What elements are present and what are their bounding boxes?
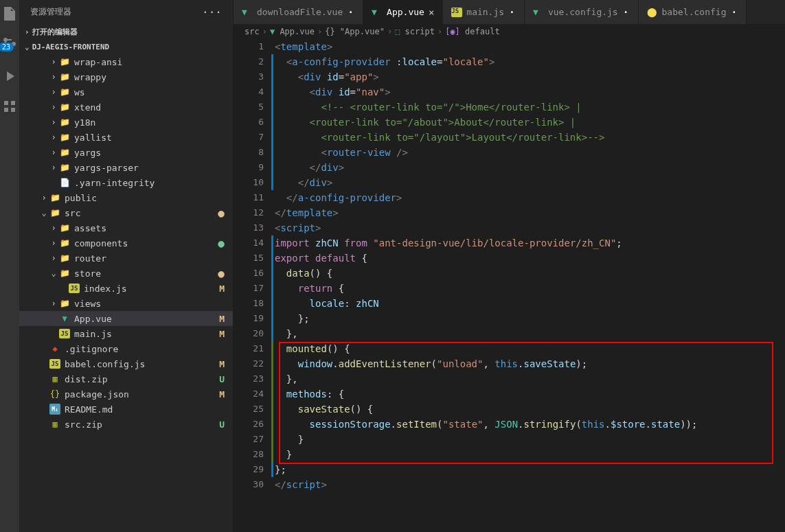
tree-item[interactable]: ▦dist.zipU — [19, 371, 233, 386]
code-line[interactable]: locale: zhCN — [275, 296, 785, 311]
tree-item-label: index.js — [84, 284, 219, 294]
editor-tabs: ▼downloadFile.vue·▼App.vue×JSmain.js·▼vu… — [234, 0, 785, 24]
tree-item[interactable]: ›📁router — [19, 251, 233, 266]
breadcrumb-item[interactable]: ⬚ script — [395, 27, 435, 36]
code-line[interactable]: <!-- <router-link to="/">Home</router-li… — [275, 100, 785, 115]
tab-label: vue.config.js — [548, 7, 618, 17]
code-line[interactable]: <router-view /> — [275, 145, 785, 160]
code-line[interactable]: <div id="nav"> — [275, 84, 785, 100]
chevron-icon: › — [38, 192, 49, 203]
code-line[interactable]: </a-config-provider> — [275, 190, 785, 205]
tree-item[interactable]: ›📁xtend — [19, 100, 233, 115]
editor-tab[interactable]: ▼vue.config.js· — [525, 0, 639, 24]
code-line[interactable]: <router-link to="/about">About</router-l… — [275, 115, 785, 130]
code-line[interactable]: methods: { — [275, 386, 785, 402]
tree-item[interactable]: ›📁assets — [19, 220, 233, 235]
editor-tab[interactable]: ⬤babel.config· — [639, 0, 747, 24]
chevron-icon: › — [48, 238, 59, 248]
tree-item[interactable]: 📄.yarn-integrity — [19, 175, 233, 190]
line-number: 19 — [234, 311, 264, 326]
breadcrumb-item[interactable]: ▼ App.vue — [270, 27, 315, 36]
code-area[interactable]: 1234567891011121314151617181920212223242… — [234, 39, 785, 532]
tree-item[interactable]: ▦src.zipU — [19, 417, 233, 432]
tree-item[interactable]: M↓README.md — [19, 402, 233, 417]
tree-item[interactable]: JSbabel.config.jsM — [19, 356, 233, 371]
code-line[interactable]: }; — [275, 311, 785, 326]
close-icon[interactable]: × — [429, 7, 434, 18]
project-section[interactable]: ⌄ DJ-AEGIS-FRONTEND — [19, 40, 233, 54]
tree-item[interactable]: ›📁public — [19, 190, 233, 205]
code-line[interactable]: } — [275, 447, 785, 462]
tree-item[interactable]: ›📁wrappy — [19, 69, 233, 84]
editor-tab[interactable]: ▼downloadFile.vue· — [234, 0, 363, 24]
code-line[interactable]: <script> — [275, 220, 785, 235]
code-line[interactable]: <a-config-provider :locale="locale"> — [275, 54, 785, 69]
tree-item[interactable]: ›📁yargs — [19, 145, 233, 160]
code-line[interactable]: }, — [275, 371, 785, 386]
tab-label: App.vue — [387, 7, 424, 17]
more-icon[interactable]: ··· — [202, 5, 222, 19]
code-line[interactable]: }, — [275, 326, 785, 341]
tree-item[interactable]: ›📁wrap-ansi — [19, 54, 233, 69]
git-status: ● — [218, 237, 233, 250]
line-number: 24 — [234, 386, 264, 402]
editor-tab[interactable]: JSmain.js· — [443, 0, 525, 24]
tree-item-label: yallist — [74, 132, 233, 143]
code-line[interactable]: <template> — [275, 39, 785, 54]
tree-item[interactable]: ⌄📁store● — [19, 266, 233, 281]
tree-item-label: .gitignore — [65, 344, 233, 354]
breadcrumb-item[interactable]: src — [244, 27, 260, 36]
tree-item-label: assets — [74, 223, 233, 233]
chevron-icon: ⌄ — [38, 207, 49, 218]
tree-item[interactable]: ›📁views — [19, 296, 233, 311]
tree-item[interactable]: ◆.gitignore — [19, 341, 233, 356]
chevron-icon: › — [48, 147, 59, 158]
code-line[interactable]: </div> — [275, 175, 785, 190]
tab-label: main.js — [466, 7, 504, 17]
tree-item-label: App.vue — [74, 314, 219, 324]
code-line[interactable]: } — [275, 432, 785, 447]
code-content[interactable]: <template> <a-config-provider :locale="l… — [275, 39, 785, 532]
tree-item-label: y18n — [74, 117, 233, 128]
debug-icon[interactable] — [1, 68, 18, 84]
tree-item[interactable]: ›📁ws — [19, 84, 233, 100]
tree-item[interactable]: JSindex.jsM — [19, 281, 233, 296]
code-line[interactable]: </div> — [275, 160, 785, 175]
tree-item[interactable]: JSmain.jsM — [19, 326, 233, 341]
tree-item[interactable]: {}package.jsonM — [19, 386, 233, 402]
code-line[interactable]: </script> — [275, 477, 785, 492]
code-line[interactable]: <div id="app"> — [275, 69, 785, 84]
breadcrumb-item[interactable]: [◉] default — [445, 27, 499, 36]
line-number: 22 — [234, 356, 264, 371]
code-line[interactable]: <router-link to="/layout">Layout</router… — [275, 130, 785, 145]
code-line[interactable]: </template> — [275, 205, 785, 220]
tree-item[interactable]: ›📁y18n — [19, 115, 233, 130]
code-line[interactable]: data() { — [275, 266, 785, 281]
tree-item[interactable]: ›📁components● — [19, 235, 233, 251]
line-number: 4 — [234, 84, 264, 100]
code-line[interactable]: }; — [275, 462, 785, 477]
code-line[interactable]: sessionStorage.setItem("state", JSON.str… — [275, 417, 785, 432]
sidebar-header: 资源管理器 ··· — [19, 0, 233, 24]
code-line[interactable]: mounted() { — [275, 341, 785, 356]
breadcrumb[interactable]: src›▼ App.vue›{} "App.vue"›⬚ script›[◉] … — [234, 24, 785, 39]
editor-tab[interactable]: ▼App.vue× — [363, 0, 443, 24]
code-line[interactable]: return { — [275, 281, 785, 296]
files-icon[interactable] — [1, 5, 18, 22]
tree-item[interactable]: ›📁yargs-parser — [19, 160, 233, 175]
open-editors-section[interactable]: › 打开的编辑器 — [19, 24, 233, 40]
chevron-icon: › — [48, 71, 59, 82]
breadcrumb-item[interactable]: {} "App.vue" — [325, 27, 385, 36]
outline-icon[interactable] — [1, 98, 18, 115]
git-status: M — [219, 314, 233, 324]
tree-item[interactable]: ›📁yallist — [19, 130, 233, 145]
code-line[interactable]: saveState() { — [275, 402, 785, 417]
chevron-icon: › — [48, 162, 59, 173]
tree-item[interactable]: ▼App.vueM — [19, 311, 233, 326]
code-line[interactable]: window.addEventListener("unload", this.s… — [275, 356, 785, 371]
tree-item[interactable]: ⌄📁src● — [19, 205, 233, 220]
code-line[interactable]: import zhCN from "ant-design-vue/lib/loc… — [275, 235, 785, 251]
editor-area: ▼downloadFile.vue·▼App.vue×JSmain.js·▼vu… — [234, 0, 785, 532]
line-number: 13 — [234, 220, 264, 235]
code-line[interactable]: export default { — [275, 251, 785, 266]
